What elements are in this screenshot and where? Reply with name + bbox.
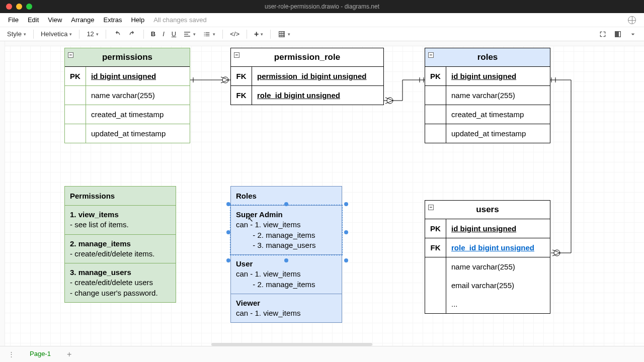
svg-point-8 xyxy=(387,98,393,104)
underline-button[interactable]: U xyxy=(170,29,178,39)
menu-edit[interactable]: Edit xyxy=(24,14,43,26)
note-roles-item-viewer: Viewercan - 1. view_items xyxy=(231,294,342,323)
collapse-icon[interactable]: − xyxy=(234,52,239,58)
collapse-icon[interactable]: − xyxy=(428,52,434,58)
selection-handle[interactable] xyxy=(284,202,288,206)
list-dropdown[interactable] xyxy=(201,29,217,39)
note-permissions[interactable]: Permissions 1. view_items- see list of i… xyxy=(64,186,176,303)
collapse-icon[interactable]: − xyxy=(68,52,73,58)
window-controls xyxy=(6,4,32,10)
style-dropdown[interactable]: Style xyxy=(5,29,28,39)
note-permissions-item: 2. manage_items- create/edit/delete item… xyxy=(65,235,176,264)
menu-file[interactable]: File xyxy=(4,14,23,26)
entity-permission-role-title[interactable]: − permission_role xyxy=(231,48,383,67)
selection-handle[interactable] xyxy=(226,202,230,206)
ruler-horizontal xyxy=(0,41,644,46)
save-status: All changes saved xyxy=(153,16,207,24)
align-dropdown[interactable] xyxy=(181,29,198,39)
fullscreen-button[interactable] xyxy=(597,29,609,39)
menubar: File Edit View Arrange Extras Help All c… xyxy=(0,13,644,27)
add-dropdown[interactable]: + xyxy=(252,29,265,40)
menu-help[interactable]: Help xyxy=(127,14,148,26)
selection-handle[interactable] xyxy=(226,230,230,234)
menu-extras[interactable]: Extras xyxy=(100,14,126,26)
pages-menu-button[interactable]: ⋮ xyxy=(4,348,19,360)
note-permissions-item: 1. view_items- see list of items. xyxy=(65,206,176,235)
minimize-window-button[interactable] xyxy=(16,4,22,10)
entity-roles[interactable]: − roles PKid bigint unsigned name varcha… xyxy=(425,48,550,143)
bold-button[interactable]: B xyxy=(149,29,157,39)
svg-line-14 xyxy=(552,250,560,253)
svg-point-3 xyxy=(222,77,228,83)
format-panel-button[interactable] xyxy=(612,29,624,39)
note-permissions-item: 3. manage_users- create/edit/delete user… xyxy=(65,263,176,302)
window-title: user-role-permission.drawio - diagrams.n… xyxy=(265,3,379,10)
entity-roles-title[interactable]: − roles xyxy=(425,48,550,67)
italic-button[interactable]: I xyxy=(160,29,167,39)
fontsize-dropdown[interactable]: 12 xyxy=(85,29,100,39)
entity-permission-role[interactable]: − permission_role FKpermission_id bigint… xyxy=(230,48,384,105)
diagram-canvas[interactable]: − permissions PKid bigint unsigned name … xyxy=(0,41,644,346)
note-roles-item-superadmin[interactable]: Super Admincan - 1. view_items - 2. mana… xyxy=(231,206,342,255)
entity-users[interactable]: − users PKid bigint unsigned FKrole_id b… xyxy=(425,200,550,314)
collapse-icon[interactable]: − xyxy=(428,205,434,210)
language-icon[interactable] xyxy=(628,16,636,24)
entity-users-title[interactable]: − users xyxy=(425,201,550,219)
close-window-button[interactable] xyxy=(6,4,12,10)
menu-arrange[interactable]: Arrange xyxy=(67,14,98,26)
redo-button[interactable] xyxy=(126,29,138,39)
window-titlebar: user-role-permission.drawio - diagrams.n… xyxy=(0,0,644,13)
entity-permissions-title[interactable]: − permissions xyxy=(65,48,190,67)
collapse-toolbar-button[interactable] xyxy=(627,29,639,39)
svg-line-5 xyxy=(221,80,228,83)
note-roles[interactable]: Roles Super Admincan - 1. view_items - 2… xyxy=(230,186,342,323)
svg-line-15 xyxy=(552,253,560,256)
selection-handle[interactable] xyxy=(344,230,348,234)
note-permissions-title: Permissions xyxy=(65,187,176,206)
undo-button[interactable] xyxy=(111,29,123,39)
toolbar: Style Helvetica 12 B I U </> + xyxy=(0,27,644,41)
selection-handle[interactable] xyxy=(344,258,348,262)
add-page-button[interactable]: + xyxy=(62,348,76,361)
selection-handle[interactable] xyxy=(344,202,348,206)
entity-permissions[interactable]: − permissions PKid bigint unsigned name … xyxy=(64,48,190,143)
tab-page-1[interactable]: Page-1 xyxy=(21,347,60,361)
html-button[interactable]: </> xyxy=(228,29,242,39)
menu-view[interactable]: View xyxy=(44,14,66,26)
tabbar: ⋮ Page-1 + xyxy=(0,346,644,362)
selection-handle[interactable] xyxy=(284,258,288,262)
table-dropdown[interactable] xyxy=(276,29,292,39)
font-dropdown[interactable]: Helvetica xyxy=(39,29,74,39)
maximize-window-button[interactable] xyxy=(26,4,32,10)
svg-point-13 xyxy=(554,250,560,256)
svg-line-4 xyxy=(221,77,228,80)
svg-line-9 xyxy=(385,98,393,101)
selection-handle[interactable] xyxy=(226,258,230,262)
svg-line-10 xyxy=(385,101,393,104)
ruler-vertical xyxy=(0,41,5,346)
